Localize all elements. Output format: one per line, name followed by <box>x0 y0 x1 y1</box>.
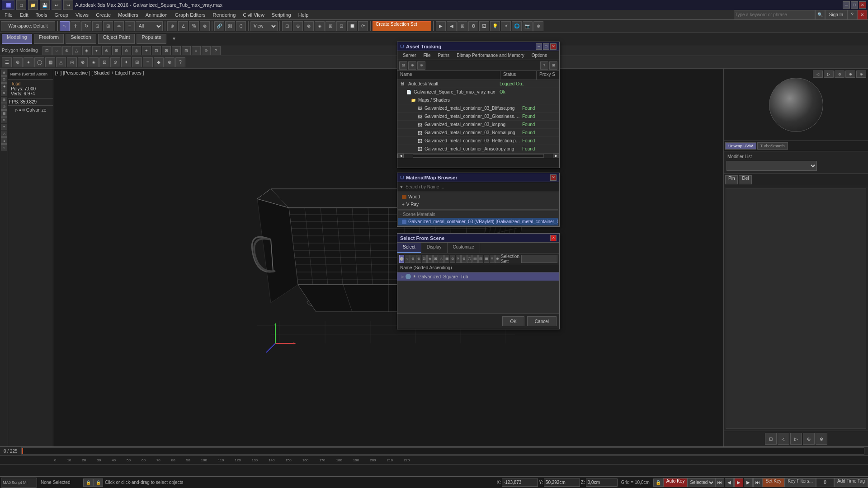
sub-btn-3[interactable]: ● <box>24 57 33 67</box>
at-btn-1[interactable]: ⊡ <box>399 61 407 70</box>
tf-btn-4[interactable]: ⊕ <box>803 433 815 445</box>
menu-group[interactable]: Group <box>51 11 72 19</box>
rotate-tool[interactable]: ↻ <box>81 21 91 31</box>
left-icon-8[interactable]: ⊙ <box>1 117 7 123</box>
goto-start-btn[interactable]: ⏮ <box>715 478 724 487</box>
asset-tracking-titlebar[interactable]: ⬡ Asset Tracking ─ □ ✕ <box>397 42 559 51</box>
menu-animation[interactable]: Animation <box>142 11 171 19</box>
sub-btn-7[interactable]: ◎ <box>67 57 77 67</box>
rend-h[interactable]: 🌐 <box>512 21 522 31</box>
poly-btn-3[interactable]: ⊕ <box>62 46 71 55</box>
create-selection-btn[interactable]: Create Selection Set <box>373 21 431 31</box>
rend-e[interactable]: 🖼 <box>479 21 489 31</box>
sub-btn-5[interactable]: ▦ <box>45 57 55 67</box>
sfs-btn-17[interactable]: ≡ <box>490 255 495 263</box>
sfs-btn-12[interactable]: ⊕ <box>461 255 466 263</box>
at-btn-help[interactable]: ? <box>540 61 548 70</box>
sfs-btn-4[interactable]: ⊗ <box>416 255 421 263</box>
sub-btn-11[interactable]: ⊙ <box>110 57 120 67</box>
left-icon-5[interactable]: ⊞ <box>1 97 7 103</box>
place-tool[interactable]: ⊞ <box>103 21 113 31</box>
filter-select[interactable]: All <box>136 21 163 31</box>
sfs-btn-18[interactable]: ⊕ <box>495 255 500 263</box>
poly-btn-16[interactable]: ≡ <box>192 46 201 55</box>
sub-btn-16[interactable]: ⊕ <box>165 57 175 67</box>
at-row-maps[interactable]: 📁 Maps / Shaders <box>397 96 559 104</box>
at-scrollbar[interactable]: ◀ ▶ <box>397 153 559 158</box>
sub-btn-8[interactable]: ⊗ <box>78 57 88 67</box>
sfs-btn-6[interactable]: ◈ <box>427 255 432 263</box>
search-input[interactable] <box>734 10 815 20</box>
tf-btn-2[interactable]: ◁ <box>778 433 789 445</box>
at-menu-bitmap[interactable]: Bitmap Performance and Memory <box>453 52 528 59</box>
open-btn[interactable]: 📁 <box>28 0 38 10</box>
link-tool[interactable]: 🔗 <box>214 21 224 31</box>
menu-help[interactable]: Help <box>295 11 312 19</box>
at-row-vault[interactable]: 🏛 Autodesk Vault Logged Ou... <box>397 80 559 88</box>
mb-vray-item[interactable]: + V-Ray <box>398 201 558 208</box>
search-icon-btn[interactable]: 🔍 <box>815 10 825 20</box>
sub-btn-15[interactable]: ◆ <box>154 57 164 67</box>
next-frame-btn[interactable]: ▶ <box>744 478 753 487</box>
at-close-btn[interactable]: ✕ <box>550 43 557 50</box>
poly-btn-11[interactable]: ✦ <box>142 46 151 55</box>
workspace-select[interactable]: Workspace: Default <box>1 21 55 31</box>
at-scroll-right[interactable]: ▶ <box>553 154 559 158</box>
tool-d[interactable]: ◈ <box>315 21 325 31</box>
sfs-tub-row[interactable]: ▷ 👁 Galvanized_Square_Tub <box>397 272 559 281</box>
sub-btn-4[interactable]: ◯ <box>34 57 44 67</box>
prev-btn-3[interactable]: ⊙ <box>835 70 844 78</box>
menu-civil-view[interactable]: Civil View <box>239 11 268 19</box>
tf-btn-1[interactable]: ⊡ <box>765 433 777 445</box>
tab-object-paint[interactable]: Object Paint <box>98 34 135 44</box>
mb-wood-item[interactable]: Wood <box>398 193 558 201</box>
sub-btn-6[interactable]: △ <box>56 57 66 67</box>
sfs-tab-select[interactable]: Select <box>397 243 421 253</box>
prev-btn-5[interactable]: ⊗ <box>856 70 866 78</box>
sfs-sel-input[interactable] <box>521 255 557 263</box>
redo-btn[interactable]: ↪ <box>63 0 73 10</box>
tf-btn-3[interactable]: ▷ <box>790 433 802 445</box>
align-tool[interactable]: ≡ <box>125 21 135 31</box>
menu-create[interactable]: Create <box>92 11 114 19</box>
left-icon-10[interactable]: △ <box>1 131 7 137</box>
key-filters-btn[interactable]: Key Filters... <box>784 478 816 487</box>
left-icon-6[interactable]: ◎ <box>1 103 7 110</box>
menu-file[interactable]: File <box>1 11 16 19</box>
add-time-tag-btn[interactable]: Add Time Tag <box>834 478 868 487</box>
view-select[interactable]: View <box>250 21 278 31</box>
poly-btn-12[interactable]: ⊡ <box>152 46 161 55</box>
select-tool[interactable]: ↖ <box>60 21 70 31</box>
sfs-close-btn[interactable]: ✕ <box>550 235 557 241</box>
poly-btn-7[interactable]: ⊗ <box>102 46 111 55</box>
sub-btn-12[interactable]: ✦ <box>121 57 131 67</box>
poly-btn-8[interactable]: ⊞ <box>112 46 121 55</box>
mod-apply-btn[interactable]: Pin <box>725 175 738 184</box>
maximize-btn[interactable]: □ <box>851 1 858 9</box>
mb-galvanized-item[interactable]: Galvanized_metal_container_03 (VRayMtl) … <box>398 218 558 225</box>
tool-c[interactable]: ⊗ <box>304 21 314 31</box>
sfs-btn-7[interactable]: ⊞ <box>433 255 438 263</box>
tool-a[interactable]: ⊡ <box>282 21 292 31</box>
sfs-btn-3[interactable]: ⊕ <box>410 255 415 263</box>
tab-modeling[interactable]: Modeling <box>2 34 32 44</box>
at-row-aniso[interactable]: 🖼 Galvanized_metal_container_Anisotropy.… <box>397 145 559 153</box>
at-btn-expand[interactable]: ⊞ <box>549 61 557 70</box>
tool-b[interactable]: ⊕ <box>293 21 303 31</box>
at-minimize-btn[interactable]: ─ <box>536 43 542 50</box>
at-row-reflection[interactable]: 🖼 Galvanized_metal_container_03_Reflecti… <box>397 137 559 145</box>
save-btn[interactable]: 💾 <box>40 0 50 10</box>
at-btn-2[interactable]: ⊕ <box>408 61 416 70</box>
at-maximize-btn[interactable]: □ <box>543 43 549 50</box>
sub-btn-10[interactable]: ⊡ <box>99 57 109 67</box>
sfs-btn-16[interactable]: ▦ <box>484 255 489 263</box>
at-path-input[interactable] <box>397 158 559 168</box>
menu-views[interactable]: Views <box>72 11 92 19</box>
sub-btn-9[interactable]: ◈ <box>89 57 99 67</box>
frame-number[interactable]: 0 <box>816 478 834 487</box>
left-icon-11[interactable]: ● <box>1 137 7 144</box>
sfs-btn-10[interactable]: ⊙ <box>450 255 455 263</box>
sfs-btn-2[interactable]: ○ <box>405 255 410 263</box>
left-icon-4[interactable]: ⊗ <box>1 90 7 96</box>
menu-scripting[interactable]: Scripting <box>268 11 295 19</box>
